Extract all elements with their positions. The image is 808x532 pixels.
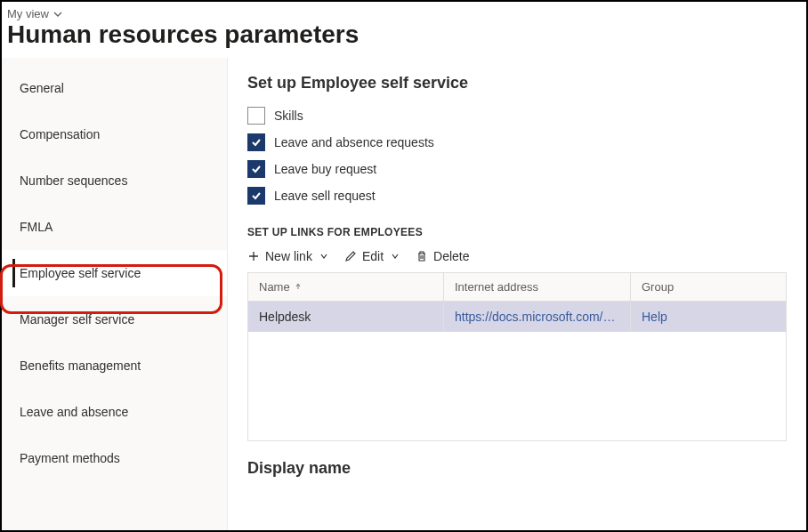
section-title: Set up Employee self service [247,74,787,93]
column-header-internet-address[interactable]: Internet address [444,273,631,301]
checkbox-icon [247,107,265,125]
view-selector-label: My view [7,7,49,20]
pencil-icon [344,250,357,262]
sidebar-item-benefits-management[interactable]: Benefits management [2,343,227,389]
sidebar-item-manager-self-service[interactable]: Manager self service [2,296,227,343]
sidebar-item-payment-methods[interactable]: Payment methods [2,435,227,481]
delete-button[interactable]: Delete [416,249,469,263]
view-selector[interactable]: My view [7,7,63,20]
check-leave-buy-request[interactable]: Leave buy request [247,160,787,178]
chevron-down-icon [53,9,63,20]
check-leave-absence-requests[interactable]: Leave and absence requests [247,133,787,151]
check-label: Skills [274,109,303,123]
delete-label: Delete [433,249,469,263]
sidebar: General Compensation Number sequences FM… [2,58,228,530]
checkbox-checked-icon [247,133,265,151]
check-label: Leave and absence requests [274,135,434,149]
sidebar-item-employee-self-service[interactable]: Employee self service [2,250,227,296]
trash-icon [416,250,428,262]
checkbox-checked-icon [247,187,265,205]
column-header-name[interactable]: Name [248,273,444,301]
links-grid: Name Internet address Group Helpdesk htt… [247,272,787,441]
new-link-button[interactable]: New link [247,249,328,263]
main-panel: Set up Employee self service Skills Leav… [228,58,806,530]
edit-label: Edit [362,249,384,263]
page-title: Human resources parameters [7,20,806,49]
cell-name: Helpdesk [248,302,444,332]
plus-icon [247,250,260,262]
links-toolbar: New link Edit [247,246,787,272]
cell-internet-address[interactable]: https://docs.microsoft.com/en-u... [444,302,631,332]
cell-group[interactable]: Help [631,302,786,332]
display-name-title: Display name [247,459,787,478]
sidebar-item-leave-and-absence[interactable]: Leave and absence [2,389,227,435]
column-header-group[interactable]: Group [631,273,786,301]
table-row[interactable]: Helpdesk https://docs.microsoft.com/en-u… [248,302,786,332]
check-label: Leave buy request [274,162,376,176]
checkbox-checked-icon [247,160,265,178]
sort-asc-icon [294,280,303,294]
check-leave-sell-request[interactable]: Leave sell request [247,187,787,205]
sidebar-item-general[interactable]: General [2,65,227,111]
chevron-down-icon [319,252,328,261]
check-skills[interactable]: Skills [247,107,787,125]
chevron-down-icon [391,252,400,261]
sidebar-item-fmla[interactable]: FMLA [2,204,227,250]
edit-button[interactable]: Edit [344,249,400,263]
sidebar-item-compensation[interactable]: Compensation [2,111,227,157]
sidebar-item-number-sequences[interactable]: Number sequences [2,157,227,204]
links-subheader: SET UP LINKS FOR EMPLOYEES [247,226,787,238]
check-label: Leave sell request [274,189,376,203]
new-link-label: New link [265,249,312,263]
